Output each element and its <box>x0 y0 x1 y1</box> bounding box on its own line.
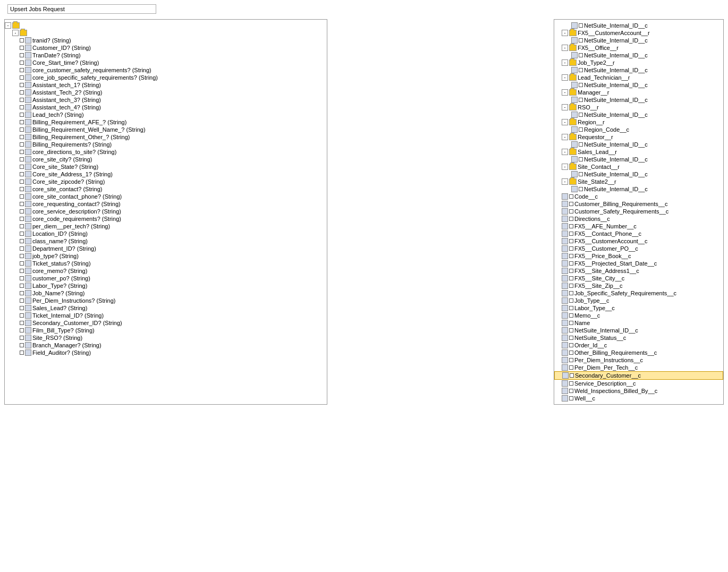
folder-expand-icon[interactable]: - <box>562 149 568 155</box>
right-child-field: NetSuite_Internal_ID__c <box>554 81 723 89</box>
flat-collapse-icon[interactable]: - <box>12 30 19 36</box>
field-icon <box>571 67 578 73</box>
field-icon <box>571 37 578 44</box>
right-folder-row: -Site_Contact__r <box>554 163 723 170</box>
left-connector <box>20 313 24 318</box>
left-connector <box>20 284 24 288</box>
field-label: Ticket_Internal_ID? (String) <box>32 312 104 319</box>
field-label: Core_site_State? (String) <box>32 164 98 170</box>
left-connector <box>20 180 24 184</box>
folder-expand-icon[interactable]: - <box>562 104 568 110</box>
left-field-row: core_site_contact? (String) <box>5 185 327 193</box>
right-panel: NetSuite_Internal_ID__c-FX5__CustomerAcc… <box>554 19 724 405</box>
standalone-field-label: Customer_Safety_Requirements__c <box>574 208 668 215</box>
field-label: Job_Name? (String) <box>32 290 84 296</box>
left-connector <box>20 298 24 303</box>
right-connector <box>569 396 573 400</box>
field-icon <box>25 193 31 200</box>
field-label: Assistant_tech_4? (String) <box>32 104 101 110</box>
left-field-row: Assistant_tech_3? (String) <box>5 96 327 104</box>
left-connector <box>20 172 24 176</box>
left-connector <box>20 291 24 295</box>
field-icon <box>25 164 31 170</box>
field-icon <box>562 364 568 371</box>
right-folder-row: -RSO__r <box>554 104 723 111</box>
field-icon <box>571 126 578 133</box>
left-connector <box>20 83 24 87</box>
right-standalone-field: NetSuite_Status__c <box>554 334 723 342</box>
standalone-field-label: FX5__Site_City__c <box>574 275 624 281</box>
right-standalone-field: FX5__CustomerAccount__c <box>554 237 723 245</box>
folder-expand-icon[interactable]: - <box>562 30 568 36</box>
folder-label: Site_State2__r <box>578 178 616 185</box>
right-top-field: NetSuite_Internal_ID__c <box>554 22 723 29</box>
folder-expand-icon[interactable]: - <box>562 59 568 66</box>
folder-expand-icon[interactable]: - <box>562 134 568 140</box>
right-connector <box>570 373 574 378</box>
left-field-row: Assistant_Tech_2? (String) <box>5 89 327 96</box>
field-label: core_site_city? (String) <box>32 156 92 163</box>
collapse-icon[interactable]: - <box>5 22 11 29</box>
left-field-row: Core_site_zipcode? (String) <box>5 178 327 185</box>
left-connector <box>20 120 24 124</box>
field-icon <box>25 156 31 163</box>
folder-expand-icon[interactable]: - <box>562 89 568 96</box>
left-field-row: class_name? (String) <box>5 237 327 245</box>
folder-icon <box>569 45 577 51</box>
folder-expand-icon[interactable]: - <box>562 119 568 125</box>
field-icon <box>25 208 31 215</box>
right-folder-row: -Region__r <box>554 118 723 126</box>
left-connector <box>20 90 24 95</box>
left-field-row: core_site_contact_phone? (String) <box>5 193 327 200</box>
right-standalone-field: Name <box>554 319 723 327</box>
child-field-label: NetSuite_Internal_ID__c <box>584 67 648 73</box>
right-connector <box>579 187 583 191</box>
folder-label: Manager__r <box>578 89 609 96</box>
left-connector <box>20 113 24 117</box>
right-standalone-field: FX5__AFE_Number__c <box>554 223 723 230</box>
folder-expand-icon[interactable]: - <box>562 74 568 81</box>
left-connector <box>20 224 24 228</box>
field-label: core_directions_to_site? (String) <box>32 149 116 155</box>
left-connector <box>20 246 24 251</box>
left-field-row: per_diem__per_tech? (String) <box>5 223 327 230</box>
left-connector <box>20 209 24 214</box>
right-connector <box>569 351 573 355</box>
right-connector <box>569 358 573 362</box>
left-connector <box>20 321 24 325</box>
field-label: core_requesting_contact? (String) <box>32 201 121 207</box>
field-icon <box>25 59 31 66</box>
page: - - tranid? (String)Customer_ID? (String… <box>0 0 728 572</box>
left-field-row: core_directions_to_site? (String) <box>5 148 327 156</box>
right-connector <box>569 194 573 199</box>
right-connector <box>569 389 573 393</box>
folder-expand-icon[interactable]: - <box>562 164 568 170</box>
right-folder-row: -Manager__r <box>554 89 723 96</box>
right-standalone-field: Per_Diem_Per_Tech__c <box>554 364 723 371</box>
right-standalone-field: Code__c <box>554 193 723 200</box>
folder-icon <box>569 59 577 66</box>
right-standalone-field: Labor_Type__c <box>554 304 723 312</box>
field-icon <box>562 388 568 394</box>
field-label: job_type? (String) <box>32 253 79 259</box>
left-field-row: tranid? (String) <box>5 37 327 44</box>
right-connector <box>569 269 573 273</box>
standalone-field-label: Labor_Type__c <box>574 305 615 311</box>
right-connector <box>569 239 573 243</box>
field-label: Assistant_tech_3? (String) <box>32 97 101 103</box>
child-field-label: NetSuite_Internal_ID__c <box>584 112 648 118</box>
left-field-row: core_job_specific_safety_requirements? (… <box>5 74 327 81</box>
right-connector <box>579 23 583 28</box>
folder-expand-icon[interactable]: - <box>562 178 568 185</box>
field-icon <box>562 216 568 222</box>
folder-label: Site_Contact__r <box>578 164 620 170</box>
standalone-field-label: Per_Diem_Instructions__c <box>574 357 643 363</box>
left-connector <box>20 276 24 280</box>
field-label: class_name? (String) <box>32 238 88 244</box>
standalone-field-label: Name <box>574 320 590 326</box>
left-connector <box>20 194 24 199</box>
right-connector <box>569 254 573 258</box>
name-input[interactable] <box>7 4 156 14</box>
field-icon <box>562 201 568 207</box>
folder-expand-icon[interactable]: - <box>562 45 568 51</box>
